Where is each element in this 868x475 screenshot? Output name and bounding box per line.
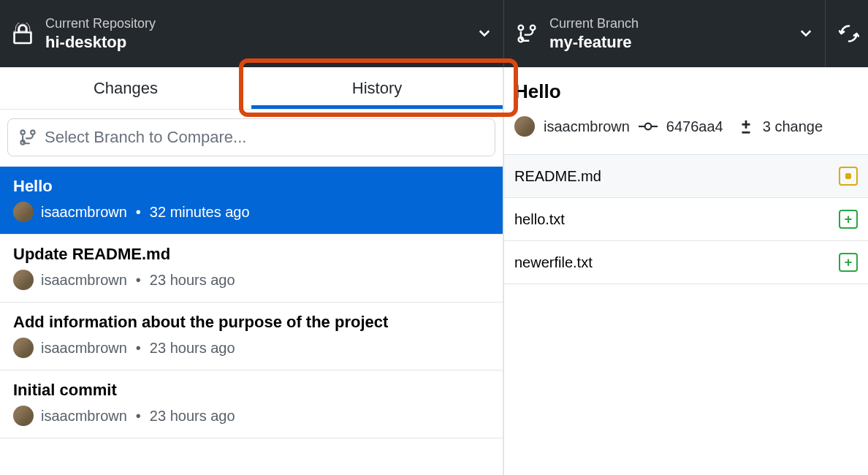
commit-author: isaacmbrown [41,340,127,357]
commit-item[interactable]: Add information about the purpose of the… [0,303,503,370]
commit-time: 32 minutes ago [150,204,250,221]
tab-changes[interactable]: Changes [0,67,251,110]
svg-rect-0 [15,32,31,43]
avatar [13,338,34,358]
repository-dropdown[interactable]: Current Repository hi-desktop [0,0,504,67]
sync-icon [839,23,859,44]
app-header: Current Repository hi-desktop Current Br… [0,0,868,67]
branch-compare-selector[interactable]: Select Branch to Compare... [7,118,495,156]
left-panel: Changes History Select Branch to Compare… [0,67,504,475]
commit-title: Initial commit [13,381,490,400]
sync-button[interactable] [826,0,868,67]
branch-label: Current Branch [549,16,800,31]
caret-down-icon [479,30,490,37]
git-commit-icon [639,120,658,133]
separator: • [136,408,141,425]
tab-history[interactable]: History [251,67,503,110]
commit-detail-title: Hello [514,80,858,103]
modified-icon [839,167,858,186]
avatar [514,116,535,137]
commit-item[interactable]: Initial commit isaacmbrown • 23 hours ag… [0,370,503,438]
commit-title: Update README.md [13,245,490,264]
added-icon: + [839,210,858,229]
commit-author: isaacmbrown [544,118,630,135]
file-item[interactable]: newerfile.txt+ [504,240,868,284]
repo-name: hi-desktop [45,33,479,52]
commit-time: 23 hours ago [150,272,235,289]
added-icon: + [839,253,858,272]
separator: • [136,340,141,357]
avatar [13,202,34,222]
svg-point-1 [644,123,651,130]
commit-list: Hello isaacmbrown • 32 minutes ago Updat… [0,167,503,475]
file-name: hello.txt [514,211,565,228]
lock-icon [13,23,32,45]
caret-down-icon [800,30,812,37]
commit-sha: 6476aa4 [666,118,723,135]
commit-author: isaacmbrown [41,272,127,289]
git-branch-icon [517,23,536,45]
branch-compare-container: Select Branch to Compare... [0,110,503,167]
commit-author: isaacmbrown [41,408,127,425]
file-list: README.mdhello.txt+newerfile.txt+ [504,154,868,284]
branch-dropdown[interactable]: Current Branch my-feature [504,0,826,67]
branch-compare-placeholder: Select Branch to Compare... [45,128,246,147]
commit-author: isaacmbrown [41,204,127,221]
branch-name: my-feature [549,33,800,52]
right-panel: Hello isaacmbrown 6476aa4 3 change READM… [504,67,868,475]
avatar [13,270,34,290]
diff-icon [738,118,754,134]
changes-count: 3 change [763,118,823,135]
commit-title: Add information about the purpose of the… [13,313,490,332]
file-name: README.md [514,168,601,185]
tabs: Changes History [0,67,503,110]
separator: • [136,204,141,221]
git-branch-icon [20,129,36,146]
file-item[interactable]: hello.txt+ [504,197,868,240]
avatar [13,406,34,426]
commit-time: 23 hours ago [150,340,235,357]
commit-item[interactable]: Update README.md isaacmbrown • 23 hours … [0,235,503,303]
file-name: newerfile.txt [514,254,593,271]
repo-label: Current Repository [45,16,479,31]
separator: • [136,272,141,289]
file-item[interactable]: README.md [504,154,868,197]
commit-title: Hello [13,177,490,196]
commit-detail-header: Hello isaacmbrown 6476aa4 3 change [504,67,868,154]
commit-item[interactable]: Hello isaacmbrown • 32 minutes ago [0,167,503,235]
commit-time: 23 hours ago [150,408,235,425]
